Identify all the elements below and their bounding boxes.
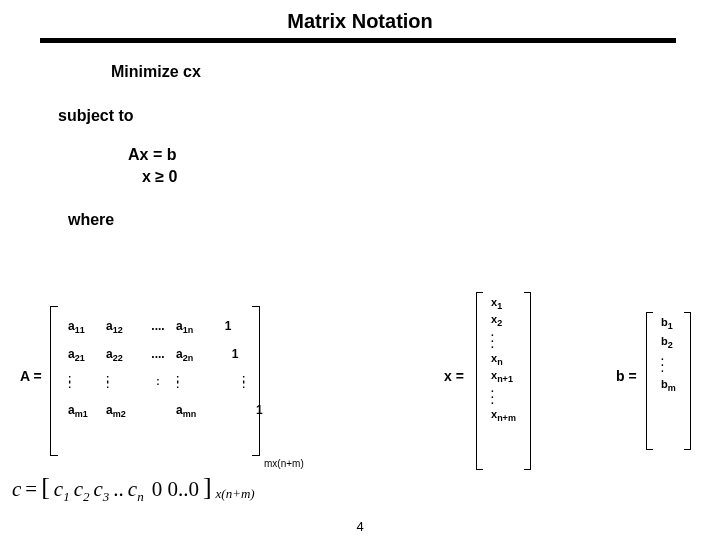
- title-underline: [40, 38, 676, 43]
- vector-b-content: b1 b2 . . . bm: [653, 312, 684, 450]
- vector-b-label: b =: [616, 368, 637, 384]
- vector-b: b1 b2 . . . bm: [646, 312, 691, 450]
- bracket-left-icon: [50, 306, 58, 456]
- matrix-a-dim: mx(n+m): [264, 458, 304, 469]
- matrix-a-content: a11 a12 .... a1n 1 a21 a22 .... a2n 1 ::…: [58, 306, 252, 456]
- matrices-area: A = a11 a12 .... a1n 1 a21 a22 .... a2n …: [16, 298, 704, 478]
- vector-x-content: x1 x2 . . . xn xn+1 . . . xn+m: [483, 292, 524, 470]
- page-number: 4: [0, 519, 720, 534]
- slide-title: Matrix Notation: [0, 10, 720, 33]
- constraint-nonneg: x ≥ 0: [142, 166, 678, 188]
- slide: Matrix Notation Minimize cx subject to A…: [0, 0, 720, 540]
- bracket-right-icon: [252, 306, 260, 456]
- vector-c: c = [ c1 c2 c3 .. cn 0 0..0 ] x(n+m): [12, 474, 255, 504]
- matrix-a: a11 a12 .... a1n 1 a21 a22 .... a2n 1 ::…: [50, 306, 260, 456]
- body-block: Minimize cx subject to Ax = b x ≥ 0 wher…: [58, 55, 678, 231]
- bracket-left-icon: [646, 312, 653, 450]
- matrix-a-label: A =: [20, 368, 42, 384]
- bracket-right-icon: [524, 292, 531, 470]
- vector-x-label: x =: [444, 368, 464, 384]
- bracket-left-icon: [476, 292, 483, 470]
- constraint-equality: Ax = b: [128, 144, 678, 166]
- constraints-block: Ax = b x ≥ 0: [128, 144, 678, 187]
- objective-line: Minimize cx: [111, 61, 678, 83]
- vector-x: x1 x2 . . . xn xn+1 . . . xn+m: [476, 292, 531, 470]
- bracket-right-icon: [684, 312, 691, 450]
- where-line: where: [68, 209, 678, 231]
- subject-to-line: subject to: [58, 105, 678, 127]
